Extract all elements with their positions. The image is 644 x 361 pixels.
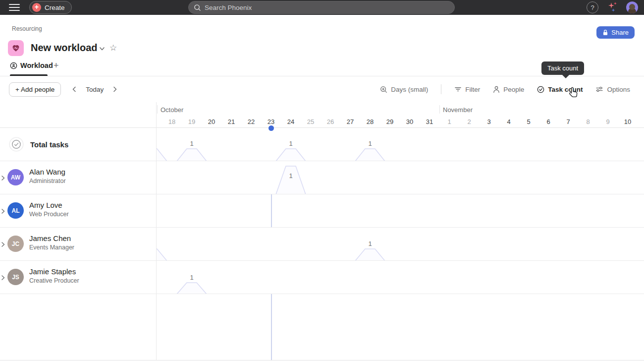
project-heart-icon[interactable]	[8, 40, 24, 56]
row-workload-chart[interactable]	[156, 194, 644, 227]
task-count-shape[interactable]	[157, 249, 167, 260]
day-tick[interactable]: 28	[360, 118, 380, 125]
row-left-panel: Total tasks	[0, 128, 156, 161]
avatar[interactable]: JC	[7, 236, 24, 252]
task-count-value: 1	[368, 240, 372, 247]
zoom-level-label: Days (small)	[391, 86, 428, 93]
create-button[interactable]: + Create	[29, 1, 72, 14]
person-row: ALAmy LoveWeb Producer	[0, 194, 644, 228]
row-workload-chart[interactable]: 1	[156, 161, 644, 194]
people-button[interactable]: People	[493, 86, 524, 93]
sliders-icon	[595, 86, 603, 93]
month-label: November	[443, 106, 473, 114]
row-left-panel: AWAlan WangAdministrator	[0, 161, 156, 194]
lock-icon	[602, 29, 608, 36]
page-title: New workload	[31, 42, 97, 54]
today-vertical-line	[271, 294, 272, 360]
task-count-shape[interactable]	[355, 249, 385, 260]
day-tick[interactable]: 27	[340, 118, 360, 125]
task-count-value: 1	[368, 140, 372, 147]
day-tick[interactable]: 5	[519, 118, 538, 125]
day-tick[interactable]: 31	[420, 118, 439, 125]
plus-icon: +	[32, 3, 41, 12]
avatar[interactable]: AL	[7, 202, 24, 219]
avatar[interactable]: JS	[7, 269, 24, 285]
day-tick[interactable]: 18	[162, 118, 182, 125]
day-tick[interactable]: 9	[598, 118, 618, 125]
global-search[interactable]	[188, 1, 455, 14]
next-period-button[interactable]	[111, 86, 118, 93]
task-count-shape[interactable]	[355, 149, 385, 161]
day-tick[interactable]: 21	[221, 118, 241, 125]
today-button[interactable]: Today	[86, 86, 104, 93]
day-tick[interactable]: 7	[558, 118, 578, 125]
row-workload-chart[interactable]: 1	[156, 228, 644, 260]
task-count-tooltip: Task count	[541, 61, 584, 75]
day-tick[interactable]: 25	[301, 118, 321, 125]
day-tick[interactable]: 8	[578, 118, 598, 125]
person-name[interactable]: Jamie Staples	[29, 267, 79, 276]
circle-check-icon	[9, 137, 24, 152]
workload-toolbar: + Add people Today Days (small)	[0, 76, 644, 102]
breadcrumb[interactable]: Resourcing	[12, 25, 42, 32]
task-count-value: 1	[289, 172, 292, 180]
task-count-shape[interactable]	[177, 149, 207, 161]
day-tick[interactable]: 19	[182, 118, 202, 125]
prev-period-button[interactable]	[71, 86, 78, 93]
task-count-shape[interactable]	[276, 149, 306, 161]
day-tick[interactable]: 1	[439, 118, 459, 125]
avatar[interactable]: AW	[7, 169, 24, 185]
ai-sparkles-icon[interactable]	[606, 1, 619, 13]
day-tick[interactable]: 6	[538, 118, 558, 125]
day-tick[interactable]: 10	[618, 118, 638, 125]
timeline-scale: OctoberNovember1819202122232425262728293…	[156, 102, 644, 128]
day-tick[interactable]: 22	[241, 118, 261, 125]
day-tick[interactable]: 2	[459, 118, 479, 125]
person-name[interactable]: Amy Love	[29, 201, 69, 209]
task-count-label: Task count	[548, 86, 583, 93]
task-count-shape[interactable]	[177, 283, 207, 294]
help-button[interactable]: ?	[587, 1, 598, 13]
tab-workload-label: Workload	[20, 61, 53, 69]
zoom-level-button[interactable]: Days (small)	[380, 86, 428, 93]
row-workload-chart[interactable]: 1	[156, 261, 644, 294]
share-button-label: Share	[611, 29, 629, 36]
month-divider	[439, 105, 440, 114]
person-row: JSJamie StaplesCreative Producer1	[0, 261, 644, 294]
title-dropdown-chevron-icon[interactable]	[99, 45, 106, 54]
add-people-button[interactable]: + Add people	[9, 82, 61, 97]
sidebar-toggle-button[interactable]	[9, 4, 20, 11]
person-name[interactable]: Alan Wang	[29, 168, 66, 176]
day-tick[interactable]: 3	[479, 118, 499, 125]
options-button[interactable]: Options	[595, 86, 630, 93]
search-input[interactable]	[205, 4, 432, 11]
favorite-star-icon[interactable]: ☆	[109, 43, 117, 53]
day-tick[interactable]: 4	[499, 118, 519, 125]
day-tick[interactable]: 30	[400, 118, 420, 125]
tab-workload[interactable]: Workload	[10, 61, 53, 73]
person-text: Jamie StaplesCreative Producer	[29, 267, 79, 284]
month-label: October	[161, 106, 183, 114]
day-tick[interactable]: 20	[202, 118, 221, 125]
day-tick[interactable]: 24	[281, 118, 301, 125]
person-name[interactable]: James Chen	[29, 234, 74, 242]
row-workload-chart[interactable]: 111	[156, 128, 644, 161]
add-tab-button[interactable]: +	[54, 60, 59, 71]
user-avatar[interactable]	[626, 1, 638, 13]
day-tick[interactable]: 26	[321, 118, 340, 125]
filter-button[interactable]: Filter	[454, 86, 480, 93]
person-text: James ChenEvents Manager	[29, 234, 74, 251]
task-count-value: 1	[190, 140, 193, 147]
task-count-button[interactable]: Task count	[537, 86, 583, 93]
filter-icon	[454, 86, 462, 93]
day-tick[interactable]: 29	[380, 118, 400, 125]
task-count-shape[interactable]	[276, 166, 306, 194]
share-button[interactable]: Share	[596, 26, 635, 39]
task-count-shape[interactable]	[157, 149, 167, 161]
create-button-label: Create	[45, 4, 65, 11]
person-role: Creative Producer	[29, 277, 79, 284]
day-tick[interactable]: 23	[261, 118, 281, 125]
chevron-left-icon	[71, 86, 78, 93]
total-tasks-label: Total tasks	[30, 140, 68, 149]
empty-grid-chart	[156, 294, 644, 360]
